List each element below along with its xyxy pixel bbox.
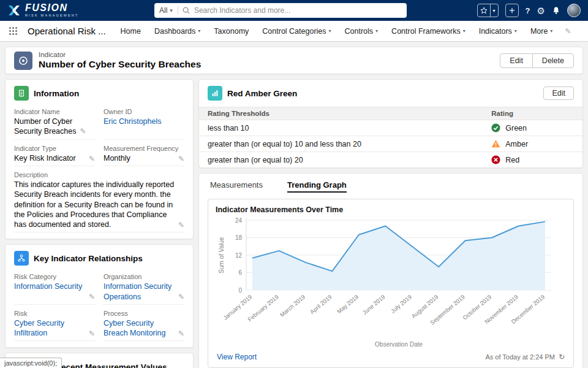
svg-text:0: 0 — [238, 287, 242, 294]
nav-tab-dashboards[interactable]: Dashboards▾ — [154, 27, 200, 36]
rag-edit-button[interactable]: Edit — [543, 86, 574, 100]
column-header-rating: Rating — [483, 107, 582, 120]
star-icon[interactable] — [478, 4, 490, 17]
help-icon[interactable]: ? — [526, 6, 530, 15]
risk-category-link[interactable]: Information Security — [14, 282, 82, 291]
view-report-link[interactable]: View Report — [217, 353, 257, 361]
search-scope-selector[interactable]: All ▾ — [159, 6, 178, 15]
field-indicator-name: Indicator Name Number of Cyber Security … — [14, 108, 95, 140]
threshold-cell: less than 10 — [199, 120, 483, 136]
svg-text:Observation Date: Observation Date — [375, 341, 423, 348]
svg-text:June 2019: June 2019 — [361, 293, 386, 316]
field-owner: Owner ID Eric Christophels — [104, 108, 184, 140]
field-label: Description — [14, 171, 184, 178]
trend-chart: 06121824January 2019February 2019March 2… — [216, 215, 567, 351]
field-label: Indicator Type — [14, 145, 95, 152]
risk-link[interactable]: Cyber Security Infiltration — [14, 319, 64, 337]
setup-gear-icon[interactable]: ⚙ — [537, 6, 545, 15]
chevron-down-icon: ▾ — [198, 28, 200, 34]
rating-label: Amber — [505, 140, 528, 148]
brand-name: FUSION — [25, 3, 79, 13]
edit-pencil-icon[interactable]: ✎ — [89, 329, 95, 339]
favorites-button[interactable]: ▾ — [477, 4, 499, 17]
delete-button[interactable]: Delete — [532, 53, 574, 68]
chevron-down-icon: ▾ — [170, 7, 173, 13]
chevron-down-icon: ▾ — [514, 28, 517, 34]
brand-logo: FUSION RISK MANAGEMENT — [7, 3, 79, 18]
edit-pencil-icon[interactable]: ✎ — [89, 293, 95, 302]
field-process: Process Cyber Security Breach Monitoring… — [104, 310, 184, 342]
nav-tab-control-categories[interactable]: Control Categories▾ — [262, 27, 331, 36]
page-body: Indicator Number of Cyber Security Breac… — [0, 42, 588, 368]
app-name: Operational Risk ... — [28, 26, 106, 36]
rag-table: Rating Thresholds Rating less than 10 Gr… — [199, 107, 582, 167]
app-launcher-icon[interactable] — [7, 25, 19, 37]
warning-icon — [491, 139, 500, 148]
edit-pencil-icon[interactable]: ✎ — [89, 155, 95, 164]
global-actions-button[interactable] — [505, 4, 519, 17]
information-card: Information Indicator Name Number of Cyb… — [5, 79, 194, 239]
svg-text:Sum of Value: Sum of Value — [218, 237, 225, 274]
error-icon — [491, 155, 500, 164]
search-input[interactable] — [194, 6, 402, 15]
field-risk: Risk Cyber Security Infiltration✎ — [14, 310, 95, 342]
threshold-cell: greater than (or equal to) 20 — [199, 152, 483, 168]
chevron-down-icon: ▾ — [463, 28, 466, 34]
column-header-thresholds: Rating Thresholds — [199, 107, 483, 120]
field-label: Indicator Name — [14, 108, 95, 115]
edit-button[interactable]: Edit — [500, 53, 533, 68]
tab-measurements[interactable]: Measurements — [210, 180, 263, 193]
nav-tab-control-frameworks[interactable]: Control Frameworks▾ — [391, 27, 466, 36]
nav-tab-taxonomy[interactable]: Taxonomy — [214, 27, 249, 36]
field-risk-category: Risk Category Information Security✎ — [14, 273, 95, 305]
global-header: FUSION RISK MANAGEMENT All ▾ ▾ ? ⚙ — [0, 0, 588, 21]
indicator-object-icon — [14, 52, 32, 70]
nav-tab-controls[interactable]: Controls▾ — [345, 27, 379, 36]
field-value: Monthly✎ — [104, 153, 184, 163]
edit-pencil-icon[interactable]: ✎ — [178, 293, 184, 302]
table-row: less than 10 Green — [199, 120, 582, 136]
user-avatar[interactable] — [567, 4, 581, 17]
field-label: Owner ID — [104, 108, 184, 115]
card-title: Key Indicator Relationships — [34, 254, 143, 263]
organization-link[interactable]: Information Security Operations — [104, 282, 172, 301]
information-card-icon — [14, 86, 29, 101]
field-label: Risk Category — [14, 273, 95, 280]
app-nav-bar: Operational Risk ... Home Dashboards▾ Ta… — [0, 21, 588, 42]
record-title: Number of Cyber Security Breaches — [39, 59, 201, 70]
edit-pencil-icon[interactable]: ✎ — [178, 155, 184, 164]
record-header: Indicator Number of Cyber Security Breac… — [5, 47, 583, 74]
field-value: This indicator captures the individually… — [14, 180, 184, 229]
field-label: Risk — [14, 310, 95, 317]
nav-tab-home[interactable]: Home — [121, 27, 141, 36]
svg-text:April 2019: April 2019 — [309, 293, 333, 315]
notifications-bell-icon[interactable] — [552, 6, 560, 15]
edit-pencil-icon[interactable]: ✎ — [80, 127, 86, 136]
relationships-card: Key Indicator Relationships Risk Categor… — [5, 244, 194, 348]
refresh-icon[interactable]: ↻ — [559, 353, 565, 361]
success-icon — [491, 123, 500, 132]
field-value: Key Risk Indicator✎ — [14, 153, 95, 163]
browser-status-bar: javascript:void(0); — [0, 358, 62, 368]
nav-tab-indicators[interactable]: Indicators▾ — [479, 27, 517, 36]
edit-pencil-icon[interactable]: ✎ — [178, 329, 184, 339]
page-edit-pencil-icon[interactable]: ✎ — [565, 27, 571, 36]
search-icon — [183, 7, 190, 14]
chevron-down-icon: ▾ — [375, 28, 378, 34]
nav-tab-more[interactable]: More▾ — [530, 27, 553, 36]
process-link[interactable]: Cyber Security Breach Monitoring — [104, 319, 165, 337]
svg-text:July 2019: July 2019 — [390, 293, 413, 315]
rating-label: Red — [505, 156, 519, 164]
edit-pencil-icon[interactable]: ✎ — [178, 221, 184, 231]
panel-tabs: Measurements Trending Graph — [199, 174, 582, 197]
field-value: Number of Cyber Security Breaches✎ — [14, 117, 95, 137]
svg-text:May 2019: May 2019 — [336, 293, 360, 315]
svg-text:24: 24 — [235, 217, 243, 224]
record-entity-label: Indicator — [39, 51, 201, 58]
tab-trending-graph[interactable]: Trending Graph — [287, 180, 347, 193]
global-search[interactable]: All ▾ — [154, 3, 407, 18]
owner-link[interactable]: Eric Christophels — [104, 117, 161, 126]
field-label: Measurement Frequency — [104, 145, 184, 152]
field-organization: Organization Information Security Operat… — [104, 273, 184, 305]
chevron-down-icon[interactable]: ▾ — [490, 4, 498, 17]
